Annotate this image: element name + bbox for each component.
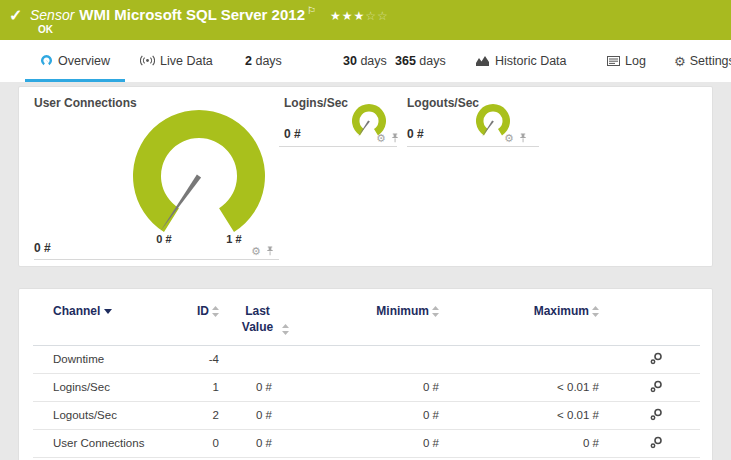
tab-live-data[interactable]: Live Data xyxy=(140,40,213,82)
divider xyxy=(34,259,279,260)
tab-30-days[interactable]: 30 days xyxy=(343,40,387,82)
channel-name[interactable]: Logouts/Sec xyxy=(33,401,153,429)
divider xyxy=(407,146,539,147)
tab-label: Live Data xyxy=(160,54,213,68)
column-header-id[interactable]: ID xyxy=(153,289,219,345)
pin-icon[interactable] xyxy=(266,246,274,256)
channel-last-value: 0 # xyxy=(219,401,309,429)
channel-maximum: 0 # xyxy=(439,429,599,457)
tab-number: 365 xyxy=(395,54,416,68)
channel-last-value xyxy=(219,345,309,373)
column-header-channel[interactable]: Channel xyxy=(33,289,153,345)
column-header-maximum[interactable]: Maximum xyxy=(439,289,599,345)
channel-minimum: 0 # xyxy=(309,401,439,429)
overview-gauge-icon xyxy=(40,54,53,67)
log-list-icon xyxy=(607,56,620,66)
priority-flag-icon[interactable]: ⚐ xyxy=(307,5,316,16)
tab-label: days xyxy=(255,54,281,68)
edit-channel-icon[interactable] xyxy=(650,408,663,423)
gauge-scale-min: 0 # xyxy=(144,233,184,245)
channel-last-value: 0 # xyxy=(219,373,309,401)
tab-bar: Overview Live Data 2 days 30 days 365 da… xyxy=(0,40,731,82)
column-header-minimum[interactable]: Minimum xyxy=(309,289,439,345)
channel-maximum: < 0.01 # xyxy=(439,373,599,401)
stars-empty[interactable]: ☆☆ xyxy=(365,9,389,23)
tab-overview[interactable]: Overview xyxy=(25,40,125,82)
logins-gauge-actions[interactable]: ⚙ xyxy=(376,133,399,143)
sort-icon xyxy=(592,306,599,317)
channel-id: 2 xyxy=(153,401,219,429)
tab-label: Overview xyxy=(58,54,110,68)
sort-icon xyxy=(432,306,439,317)
priority-star-rating[interactable]: ★★★☆☆ xyxy=(330,9,389,23)
sensor-status-badge: OK xyxy=(38,24,53,35)
edit-channel-icon[interactable] xyxy=(650,352,663,367)
sort-icon xyxy=(282,324,289,335)
column-header-last-value[interactable]: Last Value xyxy=(219,289,309,345)
tab-number: 2 xyxy=(245,54,252,68)
table-row: User Connections 0 0 # 0 # 0 # xyxy=(33,429,700,457)
user-connections-gauge xyxy=(124,101,274,251)
tab-label: Log xyxy=(625,54,646,68)
channel-minimum xyxy=(309,345,439,373)
channel-last-value: 0 # xyxy=(219,429,309,457)
table-header-row: Channel ID Last Value Minimum Maximum xyxy=(33,289,700,345)
edit-channel-icon[interactable] xyxy=(650,380,663,395)
gauge-scale-max: 1 # xyxy=(214,233,254,245)
channel-name[interactable]: Logins/Sec xyxy=(33,373,153,401)
logins-gauge-value: 0 # xyxy=(284,127,301,141)
tab-number: 30 xyxy=(343,54,357,68)
sensor-status-header: ✓ SensorWMI Microsoft SQL Server 2012⚐★★… xyxy=(0,0,731,40)
channels-table: Channel ID Last Value Minimum Maximum xyxy=(33,289,700,458)
historic-chart-icon xyxy=(476,55,490,66)
tab-settings[interactable]: ⚙Settings xyxy=(674,40,731,82)
edit-channel-icon[interactable] xyxy=(650,436,663,451)
active-tab-underline xyxy=(25,79,125,82)
table-row: Logouts/Sec 2 0 # 0 # < 0.01 # xyxy=(33,401,700,429)
sort-icon xyxy=(212,306,219,317)
tab-label: days xyxy=(360,54,386,68)
tab-label: days xyxy=(419,54,445,68)
channel-name[interactable]: User Connections xyxy=(33,429,153,457)
object-kind-label: Sensor xyxy=(30,7,74,23)
logouts-gauge-title: Logouts/Sec xyxy=(407,96,479,110)
logins-gauge-title: Logins/Sec xyxy=(284,96,348,110)
tab-2-days[interactable]: 2 days xyxy=(245,40,282,82)
channel-name[interactable]: Downtime xyxy=(33,345,153,373)
stars-filled[interactable]: ★★★ xyxy=(330,9,365,23)
column-header-actions xyxy=(599,289,700,345)
channel-maximum xyxy=(439,345,599,373)
ok-check-icon: ✓ xyxy=(9,6,22,25)
primary-gauge-title: User Connections xyxy=(34,96,137,110)
channel-gear-icon[interactable]: ⚙ xyxy=(376,133,386,143)
channel-gear-icon[interactable]: ⚙ xyxy=(504,133,514,143)
live-data-broadcast-icon xyxy=(140,55,155,66)
pin-icon[interactable] xyxy=(391,133,399,143)
channel-gear-icon[interactable]: ⚙ xyxy=(251,246,261,256)
primary-gauge-actions[interactable]: ⚙ xyxy=(251,246,274,256)
table-row: Logins/Sec 1 0 # 0 # < 0.01 # xyxy=(33,373,700,401)
sensor-title: WMI Microsoft SQL Server 2012 xyxy=(79,6,305,23)
primary-gauge-value: 0 # xyxy=(34,241,51,255)
table-row: Downtime -4 xyxy=(33,345,700,373)
tab-log[interactable]: Log xyxy=(607,40,646,82)
channel-id: 0 xyxy=(153,429,219,457)
channel-id: -4 xyxy=(153,345,219,373)
chevron-down-icon xyxy=(104,309,112,314)
tab-label: Settings xyxy=(690,54,731,68)
logouts-gauge-actions[interactable]: ⚙ xyxy=(504,133,527,143)
tab-365-days[interactable]: 365 days xyxy=(395,40,446,82)
settings-gear-icon: ⚙ xyxy=(674,54,686,69)
tab-label: Historic Data xyxy=(495,54,567,68)
gauges-panel: User Connections 0 # 1 # 0 # ⚙ Logins/Se… xyxy=(18,86,713,267)
channel-maximum: < 0.01 # xyxy=(439,401,599,429)
channel-id: 1 xyxy=(153,373,219,401)
channel-minimum: 0 # xyxy=(309,429,439,457)
divider xyxy=(279,146,397,147)
logouts-gauge-value: 0 # xyxy=(407,127,424,141)
tab-historic-data[interactable]: Historic Data xyxy=(476,40,567,82)
pin-icon[interactable] xyxy=(519,133,527,143)
channel-minimum: 0 # xyxy=(309,373,439,401)
channels-panel: Channel ID Last Value Minimum Maximum xyxy=(18,288,713,460)
